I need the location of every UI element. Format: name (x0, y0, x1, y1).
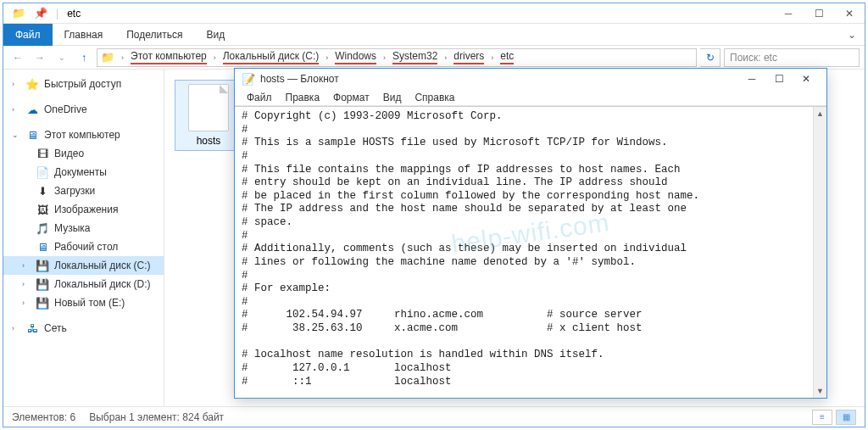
sidebar-onedrive[interactable]: ›☁OneDrive (3, 100, 164, 119)
sidebar-item-label: Документы (54, 166, 107, 178)
sidebar-this-pc[interactable]: ⌄🖥Этот компьютер (3, 126, 164, 144)
sidebar-item-documents[interactable]: 📄Документы (3, 163, 164, 181)
refresh-button[interactable]: ↻ (700, 48, 721, 67)
chevron-down-icon[interactable]: ⌄ (12, 131, 20, 139)
crumb-disk-c[interactable]: Локальный диск (C:) (223, 50, 320, 62)
chevron-right-icon[interactable]: › (116, 53, 129, 62)
ribbon-view-tab[interactable]: Вид (194, 24, 236, 46)
sidebar-item-label: Быстрый доступ (44, 78, 121, 90)
menu-edit[interactable]: Правка (279, 92, 327, 103)
desktop-icon: 🖥 (36, 240, 49, 254)
sidebar-item-music[interactable]: 🎵Музыка (3, 219, 164, 237)
forward-button[interactable]: → (31, 48, 49, 67)
chevron-right-icon[interactable]: › (12, 80, 20, 88)
notepad-text-area[interactable]: # Copyright (c) 1993-2009 Microsoft Corp… (235, 107, 813, 398)
crumb-system32[interactable]: System32 (392, 50, 437, 62)
sidebar-network[interactable]: ›🖧Сеть (3, 319, 164, 338)
close-button[interactable]: ✕ (834, 3, 865, 24)
sidebar-item-label: Локальный диск (D:) (54, 278, 151, 290)
menu-help[interactable]: Справка (408, 92, 461, 103)
notepad-window-controls: ─ ☐ ✕ (738, 69, 820, 89)
crumb-windows[interactable]: Windows (335, 50, 376, 62)
sidebar-item-disk-d[interactable]: ›💾Локальный диск (D:) (3, 275, 164, 293)
address-bar: ← → ⌄ ↑ 📁 › Этот компьютер › Локальный д… (3, 46, 865, 70)
chevron-right-icon[interactable]: › (439, 53, 452, 62)
chevron-right-icon[interactable]: › (320, 53, 333, 62)
monitor-icon: 🖥 (25, 128, 39, 142)
music-icon: 🎵 (36, 221, 49, 235)
notepad-menu-bar: Файл Правка Формат Вид Справка (235, 89, 826, 106)
notepad-body: # Copyright (c) 1993-2009 Microsoft Corp… (235, 106, 826, 398)
ribbon: Файл Главная Поделиться Вид ⌄ (3, 24, 865, 46)
status-selection: Выбран 1 элемент: 824 байт (89, 411, 224, 423)
chevron-right-icon[interactable]: › (22, 299, 31, 307)
notepad-window: 📝 hosts — Блокнот ─ ☐ ✕ Файл Правка Форм… (234, 68, 827, 399)
drive-icon: 💾 (36, 296, 49, 310)
ribbon-home-tab[interactable]: Главная (53, 24, 115, 46)
sidebar-item-pictures[interactable]: 🖼Изображения (3, 200, 164, 219)
scroll-up-button[interactable]: ▲ (814, 107, 826, 120)
sidebar-item-downloads[interactable]: ⬇Загрузки (3, 181, 164, 200)
sidebar-item-video[interactable]: 🎞Видео (3, 144, 164, 163)
sidebar-item-label: Изображения (54, 204, 118, 215)
video-icon: 🎞 (36, 147, 49, 160)
chevron-right-icon[interactable]: › (12, 105, 20, 114)
scrollbar-vertical[interactable]: ▲ ▼ (813, 107, 826, 398)
up-button[interactable]: ↑ (75, 48, 93, 67)
icons-view-button[interactable]: ▦ (836, 410, 856, 425)
details-view-button[interactable]: ≡ (812, 410, 832, 425)
ribbon-file-tab[interactable]: Файл (3, 24, 53, 46)
sidebar-quick-access[interactable]: ›⭐Быстрый доступ (3, 75, 164, 93)
sidebar-item-label: Видео (54, 148, 84, 159)
downloads-icon: ⬇ (36, 184, 49, 198)
crumb-drivers[interactable]: drivers (453, 50, 484, 62)
scroll-down-button[interactable]: ▼ (814, 384, 826, 398)
close-button[interactable]: ✕ (793, 69, 820, 89)
chevron-right-icon[interactable]: › (209, 53, 221, 62)
qa-toolbar: 📁 📌 | etc (3, 7, 89, 20)
file-label: hosts (197, 135, 221, 147)
chevron-right-icon[interactable]: › (378, 53, 391, 62)
chevron-right-icon[interactable]: › (22, 280, 31, 288)
chevron-right-icon[interactable]: › (486, 53, 498, 62)
drive-icon: 💾 (36, 259, 49, 272)
folder-icon: 📁 (12, 7, 25, 20)
search-input[interactable]: Поиск: etc (724, 48, 860, 67)
recent-button[interactable]: ⌄ (53, 48, 71, 67)
sidebar-item-label: OneDrive (44, 103, 87, 115)
sidebar-item-label: Загрузки (54, 185, 95, 197)
pictures-icon: 🖼 (36, 203, 49, 216)
crumb-etc[interactable]: etc (500, 50, 514, 62)
sidebar-item-label: Сеть (44, 322, 67, 334)
minimize-button[interactable]: ─ (773, 3, 804, 24)
sidebar-item-disk-c[interactable]: ›💾Локальный диск (C:) (3, 256, 164, 275)
crumb-this-pc[interactable]: Этот компьютер (131, 50, 207, 62)
sidebar-item-desktop[interactable]: 🖥Рабочий стол (3, 237, 164, 256)
sidebar: ›⭐Быстрый доступ ›☁OneDrive ⌄🖥Этот компь… (3, 70, 164, 406)
minimize-button[interactable]: ─ (738, 69, 765, 89)
ribbon-share-tab[interactable]: Поделиться (114, 24, 194, 46)
scroll-track[interactable] (814, 120, 826, 384)
document-icon: 📄 (36, 165, 49, 179)
explorer-titlebar: 📁 📌 | etc ─ ☐ ✕ (3, 3, 865, 24)
pin-icon[interactable]: 📌 (34, 7, 47, 20)
sidebar-item-disk-e[interactable]: ›💾Новый том (E:) (3, 293, 164, 312)
breadcrumb[interactable]: 📁 › Этот компьютер › Локальный диск (C:)… (97, 48, 697, 67)
menu-format[interactable]: Формат (326, 92, 376, 103)
network-icon: 🖧 (25, 321, 39, 335)
chevron-right-icon[interactable]: › (22, 261, 31, 270)
sidebar-item-label: Рабочий стол (54, 241, 118, 253)
window-controls: ─ ☐ ✕ (773, 3, 865, 24)
menu-file[interactable]: Файл (240, 92, 279, 103)
file-item-hosts[interactable]: hosts (175, 80, 242, 151)
chevron-right-icon[interactable]: › (12, 324, 20, 332)
ribbon-expand-button[interactable]: ⌄ (839, 29, 865, 41)
status-item-count: Элементов: 6 (12, 411, 75, 423)
search-placeholder: Поиск: etc (730, 52, 777, 64)
back-button[interactable]: ← (8, 48, 27, 67)
maximize-button[interactable]: ☐ (804, 3, 834, 24)
sidebar-item-label: Этот компьютер (44, 129, 120, 141)
maximize-button[interactable]: ☐ (765, 69, 793, 89)
cloud-icon: ☁ (25, 103, 39, 116)
menu-view[interactable]: Вид (376, 92, 409, 103)
